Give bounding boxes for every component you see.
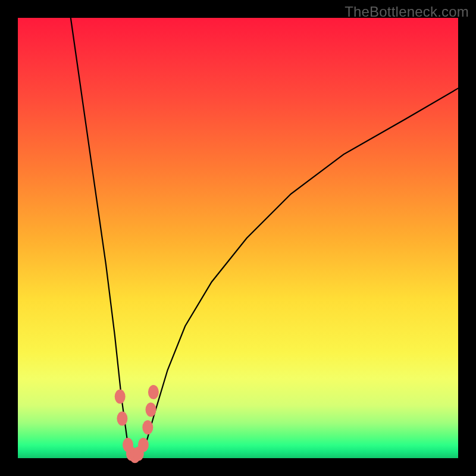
curve-marker: [148, 385, 159, 399]
chart-frame: TheBottleneck.com: [0, 0, 476, 476]
curve-marker: [117, 411, 127, 425]
bottleneck-curve: [71, 18, 458, 458]
marker-group: [115, 385, 159, 463]
curve-layer: [18, 18, 458, 458]
curve-marker: [146, 403, 156, 417]
curve-marker: [142, 420, 153, 434]
curve-marker: [115, 389, 126, 403]
plot-area: [18, 18, 458, 458]
curve-marker: [138, 438, 149, 452]
watermark-text: TheBottleneck.com: [345, 4, 469, 20]
